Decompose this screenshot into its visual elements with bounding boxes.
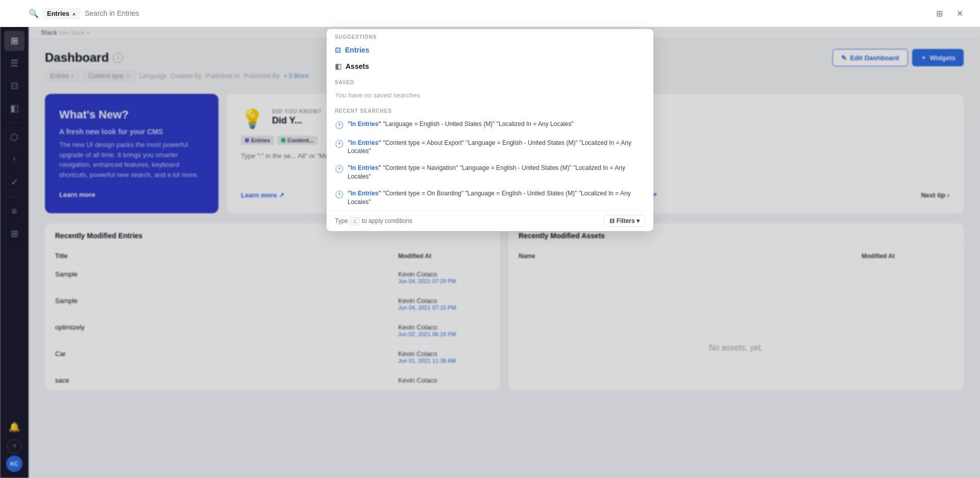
recently-modified-assets-card: Recently Modified Assets Name Modified A… <box>508 223 964 390</box>
type-hint-text: Type <box>335 217 348 224</box>
search-topbar-actions: ⊞ ✕ <box>931 5 968 21</box>
assets-table-header: Name Modified At <box>508 248 964 264</box>
type-hint-bar: Type : to apply conditions ⊟ Filters ▾ <box>327 210 653 231</box>
table-row[interactable]: sace Kevin Colaco <box>45 370 500 390</box>
suggestion-assets-label: Assets <box>346 62 369 70</box>
search-dropdown-panel: SUGGESTIONS ⊡ Entries ◧ Assets SAVED You… <box>327 29 653 231</box>
sidebar-bottom: 🔔 ? KC <box>4 417 24 472</box>
search-scope-top-label: Entries <box>47 10 69 17</box>
suggestion-entries[interactable]: ⊡ Entries <box>327 42 653 58</box>
entry-modified-at: Kevin Colaco Jun 04, 2021 07:29 PM <box>398 270 490 284</box>
entry-title: Sample <box>55 297 398 305</box>
assets-col-name: Name <box>519 253 862 260</box>
entry-user: Kevin Colaco <box>398 350 490 358</box>
sidebar-item-notifications[interactable]: 🔔 <box>4 417 24 437</box>
entry-modified-at: Kevin Colaco <box>398 376 490 384</box>
entry-title: Sample <box>55 270 398 278</box>
entry-title: sace <box>55 376 398 384</box>
recently-modified-row: Recently Modified Entries Title Modified… <box>45 223 964 390</box>
grid-view-button[interactable]: ⊞ <box>931 5 947 21</box>
assets-icon: ◧ <box>335 62 341 70</box>
assets-table: Name Modified At <box>508 248 964 264</box>
type-hint-suffix: to apply conditions <box>362 217 412 224</box>
recent-search-4[interactable]: 🕐 "In Entries" "Content type = On Boardi… <box>327 185 653 211</box>
suggestion-assets[interactable]: ◧ Assets <box>327 58 653 74</box>
filter-icon: ⊟ <box>609 217 615 224</box>
search-input-top[interactable] <box>85 9 927 17</box>
entry-title: Car <box>55 350 398 358</box>
type-hint-key: : <box>350 217 360 225</box>
entry-date: Jun 04, 2021 07:29 PM <box>398 278 490 284</box>
recently-modified-entries-card: Recently Modified Entries Title Modified… <box>45 223 500 390</box>
entry-date: Jun 01, 2021 11:38 AM <box>398 358 490 364</box>
assets-col-date: Modified At <box>862 253 953 260</box>
suggestion-entries-label: Entries <box>345 46 369 54</box>
entry-user: Kevin Colaco <box>398 323 490 331</box>
recent-search-2-text: "In Entries" "Content type = About Expor… <box>348 139 645 156</box>
sidebar-item-help[interactable]: ? <box>7 439 21 454</box>
entry-title: optimizely <box>55 323 398 331</box>
recent-label: RECENT SEARCHES <box>327 103 653 116</box>
recent-search-2[interactable]: 🕐 "In Entries" "Content type = About Exp… <box>327 135 653 160</box>
recent-search-1-text: "In Entries" "Language = English - Unite… <box>348 120 574 129</box>
recent-clock-icon-1: 🕐 <box>335 120 344 131</box>
user-avatar[interactable]: KC <box>6 456 22 472</box>
no-assets-message: No assets, yet. <box>508 264 964 390</box>
entry-date: Jun 04, 2021 07:15 PM <box>398 305 490 311</box>
entries-table: Title Modified At Sample Kevin Colaco Ju… <box>45 248 500 390</box>
saved-label: SAVED <box>327 74 653 87</box>
close-button[interactable]: ✕ <box>951 5 968 21</box>
recent-search-3-text: "In Entries" "Content type = Navigation"… <box>348 164 645 181</box>
recent-clock-icon-2: 🕐 <box>335 139 344 149</box>
entry-user: Kevin Colaco <box>398 270 490 278</box>
entries-col-title: Title <box>55 253 398 260</box>
filters-label: Filters ▾ <box>617 217 640 224</box>
table-row[interactable]: optimizely Kevin Colaco Jun 02, 2021 06:… <box>45 317 500 344</box>
type-hint-left: Type : to apply conditions <box>335 217 412 225</box>
recent-search-4-text: "In Entries" "Content type = On Boarding… <box>348 189 645 207</box>
entry-user: Kevin Colaco <box>398 376 490 384</box>
recent-clock-icon-3: 🕐 <box>335 164 344 174</box>
table-row[interactable]: Car Kevin Colaco Jun 01, 2021 11:38 AM <box>45 344 500 370</box>
entries-col-date: Modified At <box>398 253 490 260</box>
no-saved-searches: You have no saved searches <box>327 87 653 103</box>
table-row[interactable]: Sample Kevin Colaco Jun 04, 2021 07:29 P… <box>45 264 500 291</box>
entry-date: Jun 02, 2021 06:18 PM <box>398 331 490 337</box>
recent-search-1[interactable]: 🕐 "In Entries" "Language = English - Uni… <box>327 116 653 135</box>
entry-modified-at: Kevin Colaco Jun 01, 2021 11:38 AM <box>398 350 490 364</box>
search-scope-top-caret: ▲ <box>71 11 77 16</box>
entries-icon: ⊡ <box>335 46 341 54</box>
recent-clock-icon-4: 🕐 <box>335 190 344 200</box>
recent-search-3[interactable]: 🕐 "In Entries" "Content type = Navigatio… <box>327 160 653 185</box>
suggestions-label: SUGGESTIONS <box>327 29 653 42</box>
entry-modified-at: Kevin Colaco Jun 02, 2021 06:18 PM <box>398 323 490 337</box>
entry-user: Kevin Colaco <box>398 297 490 305</box>
table-row[interactable]: Sample Kevin Colaco Jun 04, 2021 07:15 P… <box>45 291 500 317</box>
search-scope-badge-top[interactable]: Entries ▲ <box>43 8 81 19</box>
search-dropdown-overlay: 🔍 Entries ▲ ⊞ ✕ SUGGESTIONS ⊡ Entries ◧ … <box>0 0 980 231</box>
entries-table-header: Title Modified At <box>45 248 500 264</box>
filters-button[interactable]: ⊟ Filters ▾ <box>604 215 645 227</box>
search-bar-wrapper: 🔍 Entries ▲ ⊞ ✕ <box>0 0 980 27</box>
entry-modified-at: Kevin Colaco Jun 04, 2021 07:15 PM <box>398 297 490 311</box>
search-icon-top: 🔍 <box>29 9 39 18</box>
